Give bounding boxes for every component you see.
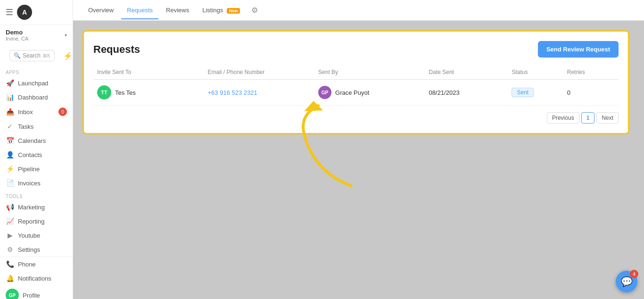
email-phone-cell: +63 916 523 2321 bbox=[204, 89, 315, 96]
sent-by-avatar: GP bbox=[318, 86, 331, 99]
col-header-date-sent: Date Sent bbox=[425, 69, 508, 75]
status-cell: Sent bbox=[508, 88, 563, 97]
profile-avatar: GP bbox=[6, 289, 19, 299]
sidebar-item-label: Marketing bbox=[18, 204, 45, 211]
youtube-icon: ▶ bbox=[6, 232, 14, 239]
settings-icon: ⚙ bbox=[6, 246, 14, 253]
sidebar-item-contacts[interactable]: 👤 Contacts bbox=[0, 148, 73, 162]
main-content: Overview Requests Reviews Listings New ⚙… bbox=[73, 0, 644, 299]
sidebar-item-launchpad[interactable]: 🚀 Launchpad bbox=[0, 76, 73, 90]
table-header-row: Invite Sent To Email / Phone Number Sent… bbox=[93, 65, 619, 80]
reporting-icon: 📈 bbox=[6, 217, 14, 225]
tab-requests[interactable]: Requests bbox=[121, 2, 158, 19]
sidebar-item-profile[interactable]: GP Profile bbox=[0, 285, 73, 299]
pipeline-icon: ⚡ bbox=[6, 165, 14, 173]
sidebar: ☰ A Demo Irvine, CA ▾ 🔍 Search ⌘K ⚡ Apps… bbox=[0, 0, 73, 299]
marketing-icon: 📢 bbox=[6, 203, 14, 211]
sidebar-item-notifications[interactable]: 🔔 Notifications bbox=[0, 271, 73, 285]
sidebar-item-label: Pipeline bbox=[18, 166, 40, 173]
retries-cell: 0 bbox=[563, 89, 619, 96]
contact-name: Tes Tes bbox=[115, 89, 136, 96]
sidebar-bottom: 📞 Phone 🔔 Notifications GP Profile bbox=[0, 257, 73, 299]
contact-avatar: TT bbox=[97, 85, 111, 100]
tools-section-label: Tools bbox=[0, 190, 73, 200]
status-badge: Sent bbox=[512, 88, 534, 97]
search-label: Search bbox=[23, 52, 41, 59]
sidebar-user-name: Demo bbox=[6, 29, 28, 36]
sidebar-user-location: Irvine, CA bbox=[6, 36, 28, 42]
sidebar-user-menu[interactable]: Demo Irvine, CA ▾ bbox=[0, 25, 73, 45]
sidebar-item-label: Launchpad bbox=[18, 80, 48, 87]
sidebar-item-calendars[interactable]: 📅 Calendars bbox=[0, 133, 73, 148]
user-avatar: A bbox=[17, 5, 32, 20]
dashboard-icon: 📊 bbox=[6, 93, 14, 101]
tab-listings[interactable]: Listings New bbox=[197, 2, 246, 19]
search-shortcut: ⌘K bbox=[42, 53, 50, 58]
invoices-icon: 📄 bbox=[6, 179, 14, 187]
tasks-icon: ✓ bbox=[6, 123, 14, 130]
top-navigation: Overview Requests Reviews Listings New ⚙ bbox=[73, 0, 644, 21]
inbox-icon: 📥 bbox=[6, 108, 14, 116]
hamburger-icon[interactable]: ☰ bbox=[6, 7, 13, 17]
phone-number[interactable]: +63 916 523 2321 bbox=[208, 89, 257, 96]
search-icon: 🔍 bbox=[14, 52, 21, 59]
requests-panel: Requests Send Review Request Invite Sent… bbox=[83, 30, 629, 134]
col-header-sent-by: Sent By bbox=[314, 69, 425, 75]
apps-section-label: Apps bbox=[0, 66, 73, 76]
launchpad-icon: 🚀 bbox=[6, 79, 14, 87]
sidebar-item-label: Settings bbox=[18, 246, 40, 253]
chat-badge: 4 bbox=[630, 270, 638, 278]
send-review-request-button[interactable]: Send Review Request bbox=[538, 41, 619, 58]
lightning-icon[interactable]: ⚡ bbox=[63, 51, 73, 60]
sidebar-item-youtube[interactable]: ▶ Youtube bbox=[0, 228, 73, 242]
listings-new-badge: New bbox=[227, 8, 240, 14]
sent-by-cell: GP Grace Puyot bbox=[314, 86, 425, 99]
search-bar[interactable]: 🔍 Search ⌘K bbox=[9, 50, 55, 61]
sidebar-item-label: Phone bbox=[18, 261, 36, 268]
sidebar-item-dashboard[interactable]: 📊 Dashboard bbox=[0, 90, 73, 104]
pagination-page-1-button[interactable]: 1 bbox=[581, 112, 595, 124]
tab-reviews[interactable]: Reviews bbox=[160, 2, 195, 19]
settings-gear-icon[interactable]: ⚙ bbox=[251, 6, 258, 15]
sidebar-user-info: Demo Irvine, CA bbox=[6, 29, 28, 42]
chevron-down-icon: ▾ bbox=[65, 33, 67, 38]
sidebar-item-inbox[interactable]: 📥 Inbox 0 bbox=[0, 104, 73, 119]
col-header-retries: Retries bbox=[563, 69, 619, 75]
sidebar-item-invoices[interactable]: 📄 Invoices bbox=[0, 176, 73, 190]
contacts-icon: 👤 bbox=[6, 151, 14, 158]
sidebar-item-label: Calendars bbox=[18, 137, 46, 144]
chat-bubble-button[interactable]: 💬 4 bbox=[616, 271, 637, 292]
requests-header: Requests Send Review Request bbox=[93, 41, 619, 58]
chat-icon: 💬 bbox=[621, 276, 633, 287]
notifications-icon: 🔔 bbox=[6, 274, 14, 282]
sidebar-item-label: Invoices bbox=[18, 180, 41, 187]
requests-table: Invite Sent To Email / Phone Number Sent… bbox=[93, 65, 619, 106]
sidebar-item-label: Contacts bbox=[18, 151, 42, 158]
invite-sent-to-cell: TT Tes Tes bbox=[93, 85, 204, 100]
sidebar-item-settings[interactable]: ⚙ Settings bbox=[0, 242, 73, 257]
phone-icon: 📞 bbox=[6, 260, 14, 268]
pagination-previous-button[interactable]: Previous bbox=[547, 112, 579, 124]
sidebar-item-label: Inbox bbox=[18, 108, 33, 116]
sidebar-item-tasks[interactable]: ✓ Tasks bbox=[0, 119, 73, 133]
sidebar-item-phone[interactable]: 📞 Phone bbox=[0, 257, 73, 271]
col-header-invite-sent-to: Invite Sent To bbox=[93, 69, 204, 75]
calendars-icon: 📅 bbox=[6, 137, 14, 144]
tab-overview[interactable]: Overview bbox=[83, 2, 119, 19]
sidebar-item-label: Youtube bbox=[18, 232, 40, 239]
sidebar-item-label: Tasks bbox=[18, 123, 33, 130]
sidebar-item-label: Notifications bbox=[18, 275, 51, 282]
pagination: Previous 1 Next bbox=[93, 112, 619, 124]
sent-by-name: Grace Puyot bbox=[335, 89, 369, 96]
col-header-email-phone: Email / Phone Number bbox=[204, 69, 315, 75]
sidebar-item-marketing[interactable]: 📢 Marketing bbox=[0, 200, 73, 214]
sidebar-header: ☰ A bbox=[0, 0, 73, 25]
sidebar-item-reporting[interactable]: 📈 Reporting bbox=[0, 214, 73, 228]
pagination-next-button[interactable]: Next bbox=[596, 112, 619, 124]
page-content: Requests Send Review Request Invite Sent… bbox=[73, 21, 644, 299]
page-title: Requests bbox=[93, 43, 140, 56]
table-row: TT Tes Tes +63 916 523 2321 GP Grace Puy… bbox=[93, 80, 619, 106]
sidebar-item-label: Dashboard bbox=[18, 94, 48, 101]
sidebar-item-pipeline[interactable]: ⚡ Pipeline bbox=[0, 162, 73, 176]
inbox-badge: 0 bbox=[58, 108, 67, 116]
